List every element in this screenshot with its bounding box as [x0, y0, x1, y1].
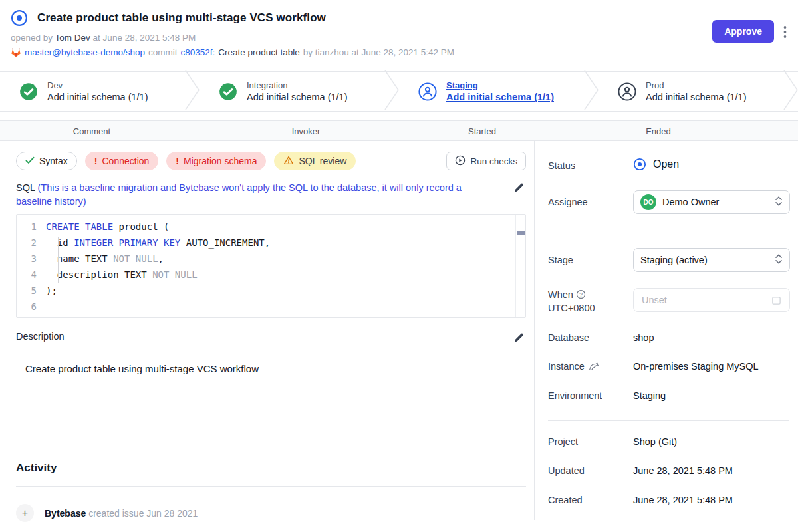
code-line: 5);	[17, 283, 525, 299]
exclamation-icon: !	[94, 156, 98, 166]
code-line: 6	[17, 299, 525, 315]
database-label: Database	[548, 332, 589, 343]
task-column-started: Started	[468, 126, 496, 136]
pencil-icon	[513, 332, 525, 344]
calendar-icon	[771, 295, 781, 305]
assignee-label: Assignee	[548, 197, 588, 207]
instance-value: On-premises Staging MySQL	[633, 361, 759, 372]
vcs-commit-hash-link[interactable]: c80352f:	[181, 47, 215, 57]
activity-heading: Activity	[16, 462, 526, 475]
mysql-icon	[589, 362, 600, 371]
line-number: 1	[17, 219, 46, 235]
help-icon[interactable]: ?	[576, 289, 586, 301]
stage-done-check-icon	[19, 82, 38, 101]
assignee-avatar: DO	[640, 194, 656, 210]
check-badge-sql-review[interactable]: SQL review	[274, 152, 356, 170]
stage-task-link: Add initial schema (1/1)	[646, 92, 747, 102]
scrollbar-thumb[interactable]	[517, 231, 525, 235]
vcs-branch-link[interactable]: master@bytebase-demo/shop	[25, 47, 145, 57]
stage-task-link[interactable]: Add initial schema (1/1)	[446, 92, 554, 102]
project-label: Project	[548, 436, 578, 447]
when-label: When?	[548, 289, 586, 301]
environment-value: Staging	[633, 390, 666, 401]
stage-separator-chevron	[384, 70, 399, 112]
more-actions-kebab-icon[interactable]	[778, 24, 791, 40]
issue-header: Create product table using multi-stage V…	[0, 0, 798, 71]
stage-label: Stage	[548, 255, 573, 265]
issue-open-icon	[11, 9, 28, 27]
check-badge-migration-schema[interactable]: !Migration schema	[166, 152, 266, 170]
play-circle-icon	[455, 155, 466, 168]
stage-task-link: Add initial schema (1/1)	[47, 92, 148, 102]
stage-text: ProdAdd initial schema (1/1)	[646, 80, 747, 102]
task-detail-panel: Syntax!Connection!Migration schemaSQL re…	[0, 141, 534, 520]
pipeline-stage-integration[interactable]: IntegrationAdd initial schema (1/1)	[200, 72, 384, 111]
check-badge-syntax[interactable]: Syntax	[16, 152, 77, 170]
check-icon	[25, 156, 35, 166]
run-checks-button[interactable]: Run checks	[446, 152, 526, 170]
stage-name: Staging	[446, 80, 554, 90]
opened-user: Tom Dev	[55, 33, 90, 43]
activity-item: +Bytebase created issue Jun 28 2021	[16, 504, 526, 522]
when-datetime-field[interactable]	[633, 288, 790, 312]
assignee-select[interactable]: DO Demo Owner	[633, 190, 790, 214]
vcs-commit-author: by tianzhou at June 28, 2021 5:42 PM	[303, 47, 454, 57]
plus-icon: +	[16, 504, 34, 522]
code-text: name TEXT NOT NULL,	[46, 251, 164, 267]
vcs-commit-line: master@bytebase-demo/shop commit c80352f…	[0, 43, 798, 57]
when-label-text: When	[548, 289, 573, 300]
line-number: 4	[17, 267, 46, 283]
warning-triangle-icon	[283, 156, 294, 167]
edit-description-button[interactable]	[511, 331, 526, 347]
check-badge-connection[interactable]: !Connection	[85, 152, 159, 170]
project-value: Shop (Git)	[633, 436, 677, 447]
code-text: id INTEGER PRIMARY KEY AUTO_INCREMENT,	[46, 235, 270, 251]
code-line: 3 name TEXT NOT NULL,	[17, 251, 525, 267]
stage-separator-chevron	[584, 70, 598, 112]
status-text: Open	[653, 158, 679, 170]
stage-task-link: Add initial schema (1/1)	[247, 92, 348, 102]
indent-guide	[58, 237, 59, 283]
opened-by-line: opened by Tom Dev at June 28, 2021 5:48 …	[0, 27, 798, 43]
pipeline-stage-dev[interactable]: DevAdd initial schema (1/1)	[0, 72, 185, 111]
instance-label: Instance	[548, 361, 600, 372]
stage-text: StagingAdd initial schema (1/1)	[446, 80, 554, 102]
stage-select[interactable]: Staging (active)	[633, 248, 790, 272]
edit-sql-button[interactable]	[511, 181, 526, 197]
when-timezone: UTC+0800	[548, 303, 595, 313]
divider	[16, 486, 526, 487]
line-number: 5	[17, 283, 46, 299]
code-token: ,	[158, 253, 164, 264]
line-number: 3	[17, 251, 46, 267]
badge-label: Syntax	[39, 156, 68, 166]
code-token: );	[46, 285, 57, 296]
code-text: CREATE TABLE product (	[46, 219, 169, 235]
stage-value: Staging (active)	[640, 255, 708, 265]
sql-label: SQL	[16, 182, 35, 193]
sql-code-editor[interactable]: 1CREATE TABLE product (2 id INTEGER PRIM…	[16, 214, 526, 318]
opened-prefix: opened by	[11, 33, 53, 43]
task-column-ended: Ended	[646, 126, 671, 136]
stage-text: IntegrationAdd initial schema (1/1)	[247, 80, 348, 102]
badge-label: Migration schema	[184, 156, 257, 166]
description-section-header: Description	[16, 331, 526, 347]
editor-scrollbar[interactable]	[515, 215, 525, 317]
sql-section-header: SQL (This is a baseline migration and By…	[16, 181, 526, 209]
updated-value: June 28, 2021 5:48 PM	[633, 466, 733, 476]
sql-baseline-note: (This is a baseline migration and Byteba…	[16, 182, 462, 207]
pipeline-stage-staging[interactable]: StagingAdd initial schema (1/1)	[399, 72, 584, 111]
chevron-up-down-icon	[775, 253, 783, 267]
pencil-icon	[513, 182, 525, 194]
stage-name: Dev	[47, 80, 148, 90]
pipeline-stage-prod[interactable]: ProdAdd initial schema (1/1)	[598, 72, 783, 111]
created-label: Created	[548, 495, 583, 505]
stage-pipeline: DevAdd initial schema (1/1)IntegrationAd…	[0, 71, 798, 112]
code-line: 2 id INTEGER PRIMARY KEY AUTO_INCREMENT,	[17, 235, 525, 251]
divider	[548, 420, 789, 421]
when-datetime-input[interactable]	[642, 295, 771, 305]
status-open-icon	[633, 158, 646, 171]
line-number: 6	[17, 299, 46, 315]
chevron-up-down-icon	[775, 196, 783, 209]
approve-button[interactable]: Approve	[712, 20, 774, 43]
badge-label: Connection	[102, 156, 149, 166]
